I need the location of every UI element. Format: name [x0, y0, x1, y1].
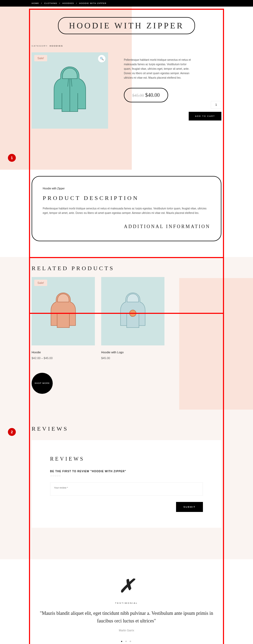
testimonial-section: ✗ TESTIMONIAL "Mauris blandit aliquet el…	[0, 559, 253, 644]
description-text: Pellentesque habitant morbi tristique se…	[43, 206, 210, 215]
x-icon: ✗	[32, 575, 221, 597]
product-name-small: Hoodie with Zipper	[43, 187, 210, 190]
rating-stars[interactable]: ☆☆☆☆☆	[50, 474, 203, 477]
annotation-marker-1: 1	[8, 154, 16, 162]
breadcrumb-hoodies[interactable]: HOODIES	[62, 2, 74, 4]
description-heading: PRODUCT DESCRIPTION	[43, 195, 210, 202]
product-card-price: $45.00	[101, 356, 164, 360]
testimonial-author: Martin Garrix	[32, 629, 221, 632]
shop-more-button[interactable]: SHOP MORE	[32, 373, 53, 394]
additional-info-heading[interactable]: ADDITIONAL INFORMATION	[124, 223, 210, 230]
product-image	[32, 52, 108, 129]
submit-review-button[interactable]: SUBMIT	[176, 502, 203, 512]
testimonial-label: TESTIMONIAL	[32, 602, 221, 604]
product-card-price: $42.00 – $45.00	[32, 356, 95, 360]
related-product[interactable]: Hoodie with Logo $45.00	[101, 277, 164, 360]
price: $45.00 $40.00	[124, 88, 168, 102]
product-card-name: Hoodie	[32, 351, 95, 354]
top-bar: HOME / CLOTHING / HOODIES / HOODIE WITH …	[0, 0, 253, 7]
slider-dots[interactable]: ● ○ ○	[32, 640, 221, 643]
related-product[interactable]: Sale! Hoodie $42.00 – $45.00	[32, 277, 95, 360]
breadcrumb-home[interactable]: HOME	[32, 2, 39, 4]
category-link[interactable]: HOODIES	[50, 45, 63, 47]
first-review-prompt: BE THE FIRST TO REVIEW "HOODIE WITH ZIPP…	[50, 470, 203, 473]
annotation-marker-2: 2	[8, 428, 16, 436]
product-summary: Pellentesque habitant morbi tristique se…	[124, 52, 221, 129]
current-price: $40.00	[145, 92, 160, 98]
related-heading: RELATED PRODUCTS	[32, 265, 221, 272]
description-box: Hoodie with Zipper PRODUCT DESCRIPTION P…	[32, 176, 221, 241]
testimonial-quote: "Mauris blandit aliquet elit, eget tinci…	[32, 610, 221, 625]
old-price: $45.00	[132, 93, 144, 98]
sale-badge: Sale!	[34, 280, 47, 286]
svg-point-3	[130, 310, 136, 316]
product-gallery[interactable]: Sale! 🔍	[32, 52, 108, 129]
product-card-name: Hoodie with Logo	[101, 351, 164, 354]
reviews-panel-heading: REVIEWS	[50, 456, 203, 462]
review-panel: REVIEWS BE THE FIRST TO REVIEW "HOODIE W…	[32, 440, 221, 528]
breadcrumb-current: HOODIE WITH ZIPPER	[79, 2, 106, 4]
breadcrumb-clothing[interactable]: CLOTHING	[44, 2, 57, 4]
page-title: HOODIE WITH ZIPPER	[58, 17, 195, 34]
breadcrumb: HOME / CLOTHING / HOODIES / HOODIE WITH …	[32, 2, 221, 4]
add-to-cart-button[interactable]: ADD TO CART	[189, 112, 221, 120]
review-textarea[interactable]	[50, 482, 203, 496]
reviews-heading: REVIEWS	[32, 425, 221, 432]
quantity-input[interactable]	[211, 101, 221, 109]
short-description: Pellentesque habitant morbi tristique se…	[124, 58, 192, 80]
category-meta: CATEGORY: HOODIES	[32, 45, 221, 47]
